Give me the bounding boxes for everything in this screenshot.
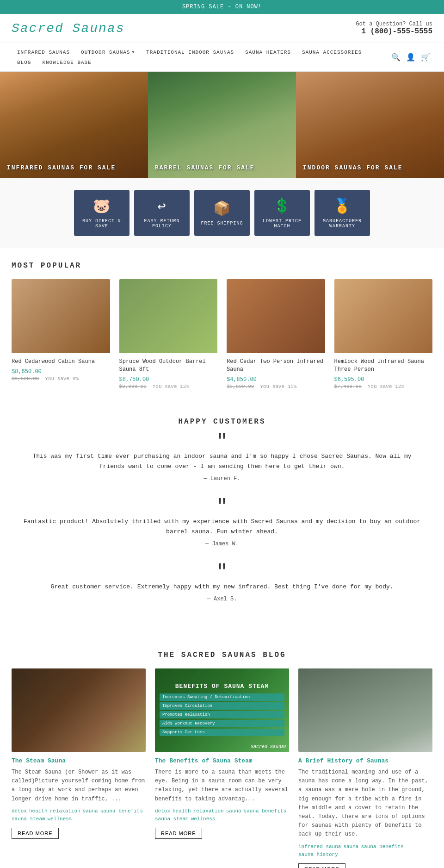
product-price-2: $8,750.00 [119,376,218,383]
badge-return[interactable]: ↩ EASY RETURN POLICY [134,190,190,236]
product-image-4 [334,279,433,353]
nav-item-infrared-saunas[interactable]: INFRARED SAUNAS [12,47,75,57]
product-image-1 [12,279,110,353]
badge-shipping[interactable]: 📦 FREE SHIPPING [194,190,250,236]
product-current-price-2: $8,750.00 [119,376,149,383]
product-card-3[interactable]: Red Cedar Two Person Infrared Sauna $4,8… [227,279,325,390]
tag-sauna-2[interactable]: sauna [226,808,241,814]
blog-card-text-1: The Steam Sauna (or Shower as it was cal… [12,768,146,804]
badge-label-warranty: MANUFACTURER WARRANTY [319,219,365,229]
tag-sauna-steam-1[interactable]: sauna steam [12,816,45,822]
benefits-logo-badge: Sacred Saunas [251,744,287,749]
tag-sauna-3[interactable]: sauna [343,844,358,849]
badge-price-match[interactable]: 💲 LOWEST PRICE MATCH [254,190,310,236]
testimonial-2: " Fantastic product! Absolutely thrilled… [18,503,426,556]
tag-sauna-benefits-1[interactable]: sauna benefits [100,808,143,814]
tag-wellness-1[interactable]: wellness [48,816,72,822]
trust-badges: 🐷 BUY DIRECT & SAVE ↩ EASY RETURN POLICY… [0,178,444,248]
tag-detox-2[interactable]: detox [155,808,170,814]
blog-card-2[interactable]: BENEFITS OF SAUNA STEAM Increases Sweati… [155,668,289,868]
tag-health-2[interactable]: health [173,808,191,814]
nav-item-sauna-heaters[interactable]: SAUNA HEATERS [240,47,296,57]
tag-infrared-sauna-3[interactable]: infrared sauna [298,844,341,849]
benefit-item-2: Improves Circulation [160,702,284,710]
phone-number[interactable]: 1 (800)-555-5555 [356,27,432,36]
testimonial-text-3: Great customer service. Extremely happy … [18,582,426,592]
badge-buy-direct[interactable]: 🐷 BUY DIRECT & SAVE [74,190,130,236]
badge-label-buy-direct: BUY DIRECT & SAVE [79,219,125,229]
product-savings-row-1: $9,500.00 You save 9% [12,375,110,382]
product-image-3 [227,279,325,353]
tag-health-1[interactable]: health [29,808,48,814]
nav-icons: 🔍 👤 🛒 [391,53,432,62]
testimonial-text-2: Fantastic product! Absolutely thrilled w… [18,517,426,537]
blog-image-1 [12,668,146,752]
hero-label-indoor: INDOOR SAUNAS FOR SALE [303,164,403,171]
contact-label: Got a Question? Call us [356,21,432,27]
testimonials-title: HAPPY CUSTOMERS [18,418,426,426]
warranty-icon: 🏅 [333,198,351,215]
testimonial-author-1: — Lauren F. [18,475,426,482]
product-price-1: $8,650.00 [12,368,110,375]
product-old-price-2: $9,999.00 [119,384,147,389]
tag-relaxation-1[interactable]: relaxation [50,808,80,814]
product-card-1[interactable]: Red Cedarwood Cabin Sauna $8,650.00 $9,5… [12,279,110,390]
hero-item-barrel[interactable]: BARREL SAUNAS FOR SALE [148,72,296,178]
badge-label-return: EASY RETURN POLICY [139,219,185,229]
read-more-button-2[interactable]: READ MORE [155,828,202,839]
nav-item-sauna-accessories[interactable]: SAUNA ACCESSORIES [296,47,367,57]
nav-item-knowledge-base[interactable]: KNOWLEDGE BASE [37,57,97,68]
hero-item-infrared[interactable]: INFRARED SAUNAS FOR SALE [0,72,148,178]
blog-card-title-1[interactable]: The Steam Sauna [12,757,146,764]
benefit-item-1: Increases Sweating / Detoxification [160,693,284,701]
product-savings-4: You save 12% [368,384,404,389]
top-banner: SPRING SALE - ON NOW! [0,0,444,14]
tag-sauna-steam-2[interactable]: sauna steam [155,816,189,822]
hero-label-barrel: BARREL SAUNAS FOR SALE [155,164,255,171]
tag-sauna-benefits-2[interactable]: sauna benefits [244,808,286,814]
header-contact: Got a Question? Call us 1 (800)-555-5555 [356,21,432,36]
blog-card-title-2[interactable]: The Benefits of Sauna Steam [155,757,289,764]
hero-item-indoor[interactable]: INDOOR SAUNAS FOR SALE [296,72,444,178]
tag-detox-1[interactable]: detox [12,808,27,814]
tag-sauna-history-3[interactable]: sauna history [298,852,338,857]
benefits-overlay: BENEFITS OF SAUNA STEAM Increases Sweati… [155,668,289,752]
read-more-button-1[interactable]: READ MORE [12,828,59,839]
tag-relaxation-2[interactable]: relaxation [193,808,224,814]
testimonial-author-2: — James W. [18,541,426,547]
tag-sauna-benefits-3[interactable]: sauna benefits [361,844,403,849]
product-savings-row-3: $5,699.99 You save 15% [227,383,325,390]
product-old-price-4: $7,499.99 [334,384,362,389]
banner-text: SPRING SALE - ON NOW! [182,4,262,10]
nav-item-blog[interactable]: BLOG [12,57,37,68]
return-icon: ↩ [157,198,166,215]
tag-wellness-2[interactable]: wellness [191,816,216,822]
blog-card-title-3[interactable]: A Brief History of Saunas [298,757,432,764]
search-icon[interactable]: 🔍 [391,53,401,62]
quote-mark-2: " [18,503,426,512]
badge-warranty[interactable]: 🏅 MANUFACTURER WARRANTY [314,190,370,236]
logo[interactable]: Sacred Saunas [12,21,124,36]
nav-item-traditional-indoor-saunas[interactable]: TRADITIONAL INDOOR SAUNAS [141,47,240,57]
header: Sacred Saunas Got a Question? Call us 1 … [0,14,444,43]
benefits-overlay-title: BENEFITS OF SAUNA STEAM [175,683,269,690]
blog-card-3[interactable]: A Brief History of Saunas The traditiona… [298,668,432,868]
nav-item-outdoor-saunas[interactable]: OUTDOOR SAUNAS ▾ [75,47,141,57]
quote-mark-1: " [18,437,426,447]
benefit-item-4: Aids Workout Recovery [160,720,284,727]
account-icon[interactable]: 👤 [406,53,415,62]
shipping-icon: 📦 [213,200,231,217]
benefit-item-3: Promotes Relaxation [160,711,284,718]
read-more-button-3[interactable]: READ MORE [298,863,345,868]
blog-grid: The Steam Sauna The Steam Sauna (or Show… [12,668,432,868]
benefits-list: Increases Sweating / Detoxification Impr… [160,693,284,737]
product-card-4[interactable]: Hemlock Wood Infrared Sauna Three Person… [334,279,433,390]
nav-left: INFRARED SAUNAS OUTDOOR SAUNAS ▾ TRADITI… [12,47,391,68]
blog-card-1[interactable]: The Steam Sauna The Steam Sauna (or Show… [12,668,146,868]
cart-icon[interactable]: 🛒 [421,53,430,62]
badge-label-shipping: FREE SHIPPING [201,221,243,226]
testimonial-text-1: This was my first time ever purchasing a… [18,451,426,472]
product-current-price-1: $8,650.00 [12,368,42,375]
product-card-2[interactable]: Spruce Wood Outdoor Barrel Sauna 8ft $8,… [119,279,218,390]
tag-sauna-1[interactable]: sauna [83,808,98,814]
